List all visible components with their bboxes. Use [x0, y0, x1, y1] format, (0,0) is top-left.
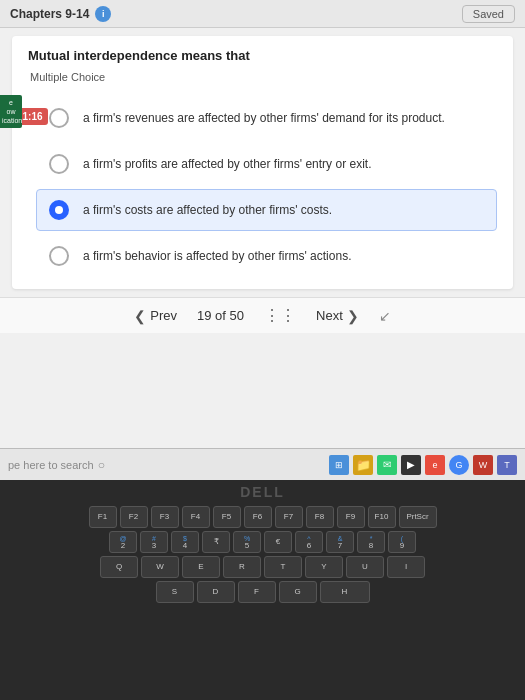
radio-a[interactable]	[49, 108, 69, 128]
radio-c[interactable]	[49, 200, 69, 220]
radio-d[interactable]	[49, 246, 69, 266]
taskbar-icon-1[interactable]: ⊞	[329, 455, 349, 475]
key-s[interactable]: S	[156, 581, 194, 603]
top-bar: Chapters 9-14 i Saved	[0, 0, 525, 28]
key-d[interactable]: D	[197, 581, 235, 603]
key-f7[interactable]: F7	[275, 506, 303, 528]
navigation-bar: ❮ Prev 19 of 50 ⋮⋮ Next ❯ ↙	[0, 297, 525, 333]
key-f[interactable]: F	[238, 581, 276, 603]
key-f6[interactable]: F6	[244, 506, 272, 528]
question-area: Mutual interdependence means that Multip…	[12, 36, 513, 289]
key-w[interactable]: W	[141, 556, 179, 578]
next-arrow-icon: ❯	[347, 308, 359, 324]
qwerty-row: Q W E R T Y U I	[8, 556, 517, 578]
radio-c-inner	[55, 206, 63, 214]
key-8[interactable]: *8	[357, 531, 385, 553]
key-3[interactable]: #3	[140, 531, 168, 553]
current-page: 19	[197, 308, 211, 323]
taskbar-icon-6[interactable]: G	[449, 455, 469, 475]
key-q[interactable]: Q	[100, 556, 138, 578]
option-a[interactable]: a firm's revenues are affected by other …	[36, 97, 497, 139]
key-inr[interactable]: ₹	[202, 531, 230, 553]
cursor-icon: ↙	[379, 308, 391, 324]
search-circle-icon: ○	[98, 458, 105, 472]
search-placeholder: pe here to search	[8, 459, 94, 471]
total-pages: 50	[230, 308, 244, 323]
next-button[interactable]: Next ❯	[316, 308, 359, 324]
key-f5[interactable]: F5	[213, 506, 241, 528]
option-c-text: a firm's costs are affected by other fir…	[83, 202, 332, 219]
prev-button[interactable]: ❮ Prev	[134, 308, 177, 324]
key-6[interactable]: ^6	[295, 531, 323, 553]
key-prtscr[interactable]: PrtScr	[399, 506, 437, 528]
option-d-text: a firm's behavior is affected by other f…	[83, 248, 351, 265]
taskbar-icon-3[interactable]: ✉	[377, 455, 397, 475]
taskbar-icon-2[interactable]: 📁	[353, 455, 373, 475]
of-text: of	[215, 308, 229, 323]
prev-label: Prev	[150, 308, 177, 323]
key-u[interactable]: U	[346, 556, 384, 578]
taskbar-icon-4[interactable]: ▶	[401, 455, 421, 475]
key-f4[interactable]: F4	[182, 506, 210, 528]
taskbar-icon-8[interactable]: T	[497, 455, 517, 475]
key-euro[interactable]: €	[264, 531, 292, 553]
taskbar-icons: ⊞ 📁 ✉ ▶ e G W T	[329, 455, 517, 475]
key-4[interactable]: $4	[171, 531, 199, 553]
asdf-row: S D F G H	[8, 581, 517, 603]
taskbar: pe here to search ○ ⊞ 📁 ✉ ▶ e G W T	[0, 448, 525, 480]
question-type: Multiple Choice	[28, 71, 497, 83]
key-g[interactable]: G	[279, 581, 317, 603]
key-f8[interactable]: F8	[306, 506, 334, 528]
page-info: 19 of 50	[197, 308, 244, 323]
key-2[interactable]: @2	[109, 531, 137, 553]
left-banner: eowication	[0, 95, 22, 128]
grid-icon[interactable]: ⋮⋮	[264, 306, 296, 325]
option-d[interactable]: a firm's behavior is affected by other f…	[36, 235, 497, 277]
taskbar-icon-5[interactable]: e	[425, 455, 445, 475]
key-9[interactable]: (9	[388, 531, 416, 553]
key-f9[interactable]: F9	[337, 506, 365, 528]
key-f3[interactable]: F3	[151, 506, 179, 528]
option-b-text: a firm's profits are affected by other f…	[83, 156, 371, 173]
key-i[interactable]: I	[387, 556, 425, 578]
title-text: Chapters 9-14	[10, 7, 89, 21]
keyboard: F1 F2 F3 F4 F5 F6 F7 F8 F9 F10 PrtScr @2…	[0, 500, 525, 603]
option-b[interactable]: a firm's profits are affected by other f…	[36, 143, 497, 185]
dell-logo: DELL	[0, 480, 525, 500]
chapter-title: Chapters 9-14 i	[10, 6, 111, 22]
key-5[interactable]: %5	[233, 531, 261, 553]
key-y[interactable]: Y	[305, 556, 343, 578]
number-key-row: @2 #3 $4 ₹ %5 € ^6 &7 *8 (9	[8, 531, 517, 553]
key-f10[interactable]: F10	[368, 506, 396, 528]
key-r[interactable]: R	[223, 556, 261, 578]
options-container: a firm's revenues are affected by other …	[36, 97, 497, 277]
saved-badge: Saved	[462, 5, 515, 23]
laptop-bottom: DELL F1 F2 F3 F4 F5 F6 F7 F8 F9 F10 PrtS…	[0, 480, 525, 700]
taskbar-search: pe here to search ○	[8, 458, 323, 472]
radio-b[interactable]	[49, 154, 69, 174]
key-t[interactable]: T	[264, 556, 302, 578]
question-text: Mutual interdependence means that	[28, 48, 497, 63]
taskbar-icon-7[interactable]: W	[473, 455, 493, 475]
key-h[interactable]: H	[320, 581, 370, 603]
info-icon[interactable]: i	[95, 6, 111, 22]
key-e[interactable]: E	[182, 556, 220, 578]
fn-key-row: F1 F2 F3 F4 F5 F6 F7 F8 F9 F10 PrtScr	[8, 506, 517, 528]
next-label: Next	[316, 308, 343, 323]
option-a-text: a firm's revenues are affected by other …	[83, 110, 445, 127]
key-7[interactable]: &7	[326, 531, 354, 553]
key-f1[interactable]: F1	[89, 506, 117, 528]
key-f2[interactable]: F2	[120, 506, 148, 528]
option-c[interactable]: a firm's costs are affected by other fir…	[36, 189, 497, 231]
prev-arrow-icon: ❮	[134, 308, 146, 324]
